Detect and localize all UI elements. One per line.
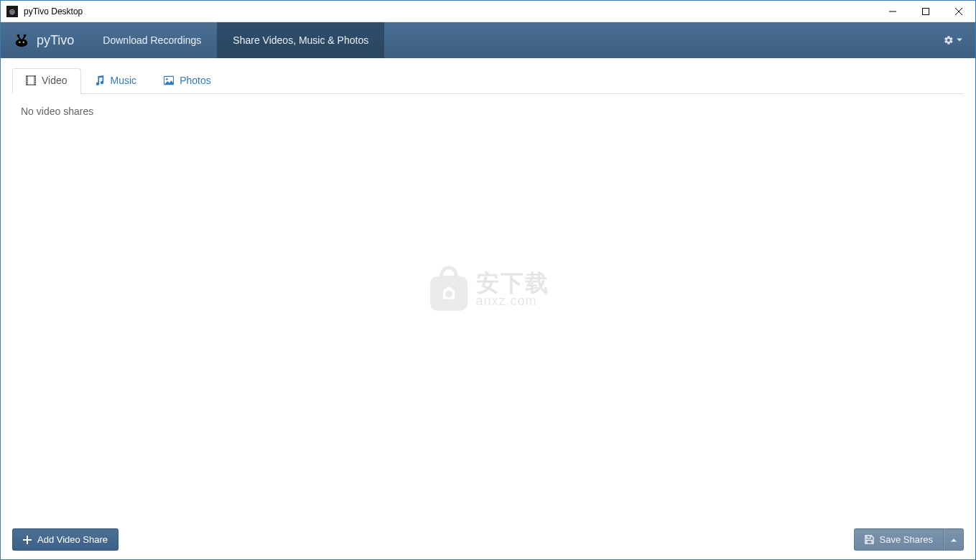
share-tabs: Video Music Photos (12, 68, 964, 94)
add-video-share-button[interactable]: Add Video Share (12, 528, 118, 551)
nav-item-label: Share Videos, Music & Photos (233, 34, 368, 46)
watermark: 安下载 anxz.com (427, 264, 549, 313)
save-icon (865, 535, 874, 544)
svg-point-8 (24, 34, 27, 37)
picture-icon (164, 75, 174, 85)
svg-rect-14 (27, 78, 27, 78)
nav-item-label: Download Recordings (103, 34, 201, 46)
empty-state-message: No video shares (21, 106, 964, 117)
window-title: pyTivo Desktop (24, 6, 83, 17)
tab-photos[interactable]: Photos (150, 68, 225, 94)
film-icon (26, 75, 36, 85)
window-maximize-button[interactable] (909, 1, 942, 22)
brand: pyTivo (1, 22, 87, 58)
footer-toolbar: Add Video Share Save Shares (12, 523, 964, 551)
svg-point-23 (166, 78, 168, 80)
tab-video[interactable]: Video (12, 68, 81, 94)
svg-rect-20 (34, 81, 35, 82)
content-area: Video Music Photos No video shares (1, 58, 975, 559)
bag-icon (427, 264, 470, 313)
svg-rect-18 (34, 78, 35, 78)
tab-content: No video shares 安下载 anxz.com (12, 94, 964, 523)
settings-button[interactable] (939, 32, 967, 48)
tab-label: Photos (180, 75, 211, 86)
button-label: Save Shares (880, 534, 933, 545)
save-shares-button[interactable]: Save Shares (854, 528, 944, 551)
button-label: Add Video Share (37, 534, 108, 545)
nav-share-media[interactable]: Share Videos, Music & Photos (217, 22, 384, 58)
app-icon: ◎ (6, 6, 18, 17)
svg-rect-16 (27, 81, 27, 82)
svg-rect-17 (27, 83, 27, 84)
tab-music[interactable]: Music (81, 68, 151, 94)
gear-icon (944, 35, 954, 45)
nav-download-recordings[interactable]: Download Recordings (87, 22, 217, 58)
caret-down-icon (957, 37, 962, 43)
svg-point-7 (17, 34, 20, 37)
svg-point-9 (19, 42, 20, 43)
plus-icon (23, 536, 32, 544)
brand-text: pyTivo (37, 33, 74, 48)
music-icon (95, 75, 105, 85)
svg-rect-21 (34, 83, 35, 84)
svg-point-4 (16, 39, 28, 47)
svg-rect-24 (430, 276, 468, 310)
svg-rect-1 (923, 8, 929, 14)
watermark-line1: 安下载 (476, 271, 549, 294)
main-navbar: pyTivo Download Recordings Share Videos,… (1, 22, 975, 58)
tab-label: Video (42, 75, 68, 86)
caret-up-icon (951, 538, 957, 542)
svg-rect-15 (27, 79, 27, 80)
svg-point-10 (23, 42, 24, 43)
window-minimize-button[interactable] (876, 1, 909, 22)
svg-rect-19 (34, 79, 35, 80)
tivo-logo-icon (14, 32, 29, 48)
save-shares-dropdown-button[interactable] (944, 528, 964, 551)
window-title-bar: ◎ pyTivo Desktop (1, 1, 975, 22)
tab-label: Music (111, 75, 137, 86)
window-close-button[interactable] (942, 1, 975, 22)
watermark-line2: anxz.com (476, 294, 549, 307)
